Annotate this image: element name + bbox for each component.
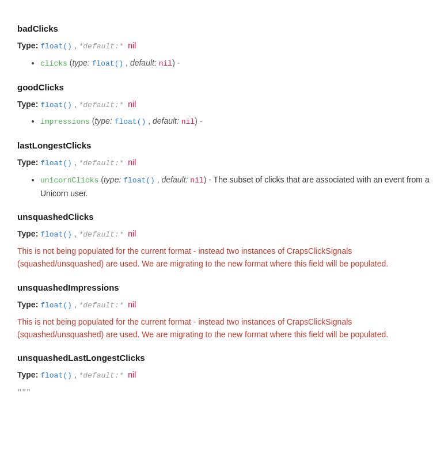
param-default-value: nil — [181, 117, 195, 126]
section-title-lastLongestClicks: lastLongestClicks — [17, 139, 431, 153]
section-title-unsquashedLastLongestClicks: unsquashedLastLongestClicks — [17, 351, 431, 365]
comma: , — [72, 158, 79, 167]
default-label: *default:* — [78, 371, 128, 380]
type-label: Type: — [17, 229, 40, 238]
param-type-value: float() — [115, 117, 146, 126]
list-item: clicks (type: float() , default: nil) - — [40, 56, 431, 70]
param-type-label: type: — [104, 175, 123, 184]
comma: , — [72, 370, 79, 379]
default-label: *default:* — [78, 159, 128, 167]
param-type-label: type: — [94, 116, 114, 125]
type-label: Type: — [17, 158, 40, 167]
param-name: impressions — [40, 117, 90, 126]
param-list-goodClicks: impressions (type: float() , default: ni… — [40, 115, 431, 128]
type-line-lastLongestClicks: Type: float() , *default:* nil — [17, 156, 431, 170]
type-label: Type: — [17, 41, 40, 50]
param-default-label: default: — [160, 175, 191, 184]
param-default-value: nil — [190, 176, 203, 185]
type-value: float() — [40, 230, 72, 239]
param-comma: , — [146, 116, 150, 125]
type-line-unsquashedClicks: Type: float() , *default:* nil — [17, 227, 431, 241]
type-value: float() — [40, 42, 72, 51]
comma: , — [72, 300, 79, 309]
nil-value: nil — [128, 300, 136, 309]
type-line-unsquashedImpressions: Type: float() , *default:* nil — [17, 298, 431, 312]
documentation-container: badClicksType: float() , *default:* nilc… — [17, 22, 431, 399]
section-title-unsquashedClicks: unsquashedClicks — [17, 210, 431, 224]
param-type-value: float() — [123, 176, 155, 185]
param-type-value: float() — [92, 59, 124, 68]
section-title-badClicks: badClicks — [17, 22, 431, 36]
trailing-quote: """ — [17, 387, 431, 399]
list-item: impressions (type: float() , default: ni… — [40, 115, 431, 128]
type-value: float() — [40, 101, 72, 109]
nil-value: nil — [128, 100, 136, 109]
nil-value: nil — [128, 229, 136, 238]
default-label: *default:* — [78, 301, 128, 310]
type-label: Type: — [17, 300, 40, 309]
type-line-goodClicks: Type: float() , *default:* nil — [17, 98, 431, 112]
default-label: *default:* — [78, 42, 128, 51]
comma: , — [72, 100, 79, 109]
param-name: clicks — [40, 59, 67, 68]
default-label: *default:* — [78, 230, 128, 239]
type-line-unsquashedLastLongestClicks: Type: float() , *default:* nil — [17, 368, 431, 382]
list-item: unicornClicks (type: float() , default: … — [40, 173, 431, 200]
comma: , — [72, 229, 79, 238]
default-label: *default:* — [78, 101, 128, 109]
section-title-unsquashedImpressions: unsquashedImpressions — [17, 281, 431, 295]
nil-value: nil — [128, 370, 136, 379]
dash: - — [175, 58, 180, 67]
param-name: unicornClicks — [40, 176, 98, 185]
warning-text-unsquashedClicks: This is not being populated for the curr… — [17, 245, 431, 271]
type-label: Type: — [17, 370, 40, 379]
param-list-badClicks: clicks (type: float() , default: nil) - — [40, 56, 431, 70]
param-list-lastLongestClicks: unicornClicks (type: float() , default: … — [40, 173, 431, 200]
section-title-goodClicks: goodClicks — [17, 81, 431, 94]
nil-value: nil — [128, 158, 136, 167]
open-paren: ( — [98, 175, 104, 184]
type-line-badClicks: Type: float() , *default:* nil — [17, 39, 431, 53]
param-type-label: type: — [72, 58, 92, 67]
dash: - — [198, 116, 203, 125]
comma: , — [72, 41, 79, 50]
param-default-label: default: — [128, 58, 159, 67]
type-label: Type: — [17, 100, 40, 109]
param-default-label: default: — [150, 116, 181, 125]
dash: - — [206, 175, 213, 184]
param-comma: , — [123, 58, 128, 67]
warning-text-unsquashedImpressions: This is not being populated for the curr… — [17, 315, 431, 341]
param-comma: , — [155, 175, 160, 184]
type-value: float() — [40, 371, 72, 380]
param-default-value: nil — [159, 59, 172, 68]
type-value: float() — [40, 301, 72, 310]
type-value: float() — [40, 159, 72, 167]
nil-value: nil — [128, 41, 136, 50]
